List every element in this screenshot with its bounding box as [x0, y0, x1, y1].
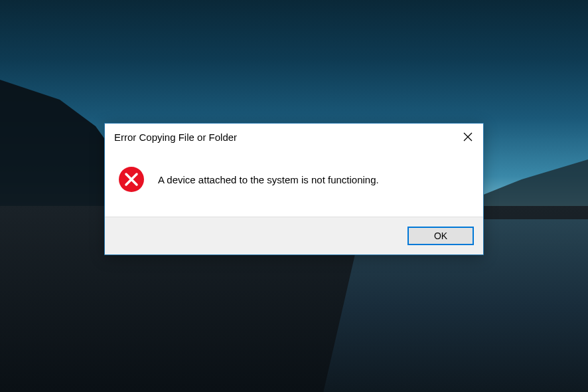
ok-button[interactable]: OK — [407, 227, 474, 245]
dialog-titlebar[interactable]: Error Copying File or Folder — [105, 124, 483, 150]
dialog-title: Error Copying File or Folder — [114, 132, 237, 143]
wallpaper-hill-left — [0, 80, 119, 213]
dialog-message: A device attached to the system is not f… — [158, 174, 379, 185]
dialog-footer: OK — [105, 217, 483, 254]
dialog-body: A device attached to the system is not f… — [105, 150, 483, 217]
error-icon — [118, 166, 145, 193]
error-dialog: Error Copying File or Folder A device at… — [104, 123, 484, 255]
close-icon — [463, 132, 473, 142]
close-button[interactable] — [453, 124, 483, 150]
